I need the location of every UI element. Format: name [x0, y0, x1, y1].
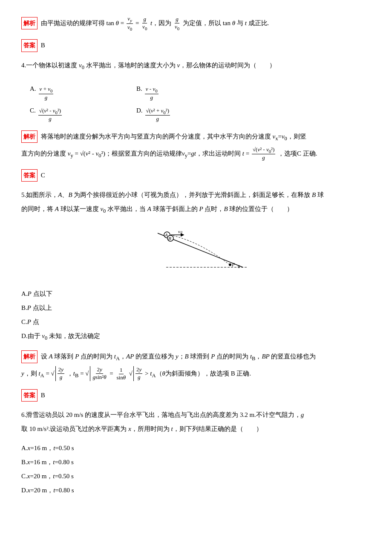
answer-section-5: 答案 B [21, 389, 371, 402]
frac-4a: v + v0 g [39, 86, 54, 101]
question-4: 4.一个物体以初速度 v0 水平抛出，落地时的速度大小为 v，那么物体的运动时间… [21, 60, 371, 123]
answer-section-1: 答案 B [21, 39, 371, 52]
answer-value-4: C [41, 172, 45, 179]
answer-section-4: 答案 C [21, 169, 371, 182]
analysis-line-4: 解析 将落地时的速度分解为水平方向与竖直方向的两个分速度，其中水平方向的分速度 … [21, 130, 371, 144]
option-4d: D. √(v² + v0²) g [136, 105, 243, 123]
diagram-5: A B v₀ P θ [21, 220, 371, 284]
question-4-options: A. v + v0 g B. v - v0 g C. √(v² - v0²) g… [30, 83, 243, 123]
answer-label-1: 答案 [21, 39, 37, 52]
frac-4b: v - v0 g [145, 86, 159, 101]
question-5-text: 5.如图所示，A、B 为两个挨得很近的小球（可视为质点），并列放于光滑斜面上，斜… [21, 189, 371, 201]
svg-text:B: B [168, 236, 171, 241]
analysis-section-4: 解析 将落地时的速度分解为水平方向与竖直方向的两个分速度，其中水平方向的分速度 … [21, 130, 371, 162]
question-6: 6.滑雪运动员以 20 m/s 的速度从一平台水平飞出，落地点与飞出点的高度差为… [21, 409, 371, 496]
analysis-line-1: 解析 由平抛运动的规律可得 tan θ = vy v0 = g v0 t，因为 … [21, 15, 371, 32]
question-4-text: 4.一个物体以初速度 v0 水平抛出，落地时的速度大小为 v，那么物体的运动时间… [21, 60, 371, 72]
svg-text:A: A [164, 232, 168, 237]
frac-g-v0: g v0 [141, 16, 148, 32]
option-4a: A. v + v0 g [30, 83, 136, 101]
analysis-section-1: 解析 由平抛运动的规律可得 tan θ = vy v0 = g v0 t，因为 … [21, 15, 371, 32]
equals-1: = [135, 20, 141, 26]
option-4c: C. √(v² - v0²) g [30, 105, 136, 123]
option-6a: A.x=16 m，t=0.50 s [21, 442, 371, 454]
answer-line-1: 答案 B [21, 39, 371, 52]
question-6-text1: 6.滑雪运动员以 20 m/s 的速度从一平台水平飞出，落地点与飞出点的高度差为… [21, 409, 371, 421]
svg-text:P: P [231, 262, 235, 268]
analysis-line-4b: 直方向的分速度 vy = √(v² - v0²)；根据竖直方向的运动规律vy=g… [21, 146, 371, 162]
diagram-svg-5: A B v₀ P θ [132, 220, 260, 280]
question-6-text2: 取 10 m/s².设运动员飞过的水平距离为 x，所用时间为 t，则下列结果正确… [21, 423, 371, 435]
option-5a: A.P 点以下 [21, 288, 371, 300]
option-6c: C.x=20 m，t=0.50 s [21, 471, 371, 482]
frac-vy-v0: vy v0 [127, 15, 133, 32]
question-5-text2: 的同时，将 A 球以某一速度 v0 水平抛出，当 A 球落于斜面上的 P 点时，… [21, 203, 371, 216]
question-5: 5.如图所示，A、B 为两个挨得很近的小球（可视为质点），并列放于光滑斜面上，斜… [21, 189, 371, 343]
analysis-section-5: 解析 设 A 球落到 P 点的时间为 tA，AP 的竖直位移为 y；B 球滑到 … [21, 350, 371, 381]
option-4b: B. v - v0 g [136, 83, 243, 101]
answer-line-4: 答案 C [21, 169, 371, 182]
frac-g-v0-2: g v0 [174, 16, 180, 32]
answer-label-4: 答案 [21, 169, 37, 182]
answer-line-5: 答案 B [21, 389, 371, 402]
frac-anal-4: √(v² - v0²) g [252, 146, 275, 162]
svg-point-9 [229, 263, 231, 266]
option-5b: B.P 点以上 [21, 302, 371, 314]
option-5d: D.由于 v0 未知，故无法确定 [21, 330, 371, 343]
frac-5a: 2yg [58, 366, 64, 381]
option-6b: B.x=16 m，t=0.80 s [21, 457, 371, 468]
answer-label-5: 答案 [21, 389, 37, 402]
analysis-line-5: 解析 设 A 球落到 P 点的时间为 tA，AP 的竖直位移为 y；B 球滑到 … [21, 350, 371, 364]
analysis-label-1: 解析 [21, 17, 37, 29]
svg-text:θ: θ [238, 264, 240, 269]
frac-5c: 1 sinθ [116, 367, 127, 382]
analysis-label-4: 解析 [21, 130, 37, 143]
frac-5b: 2ygsin²θ [92, 366, 107, 381]
option-5c: C.P 点 [21, 316, 371, 328]
answer-value-1: B [41, 42, 45, 49]
frac-5d: 2yg [135, 366, 142, 381]
analysis-label-5: 解析 [21, 350, 37, 363]
frac-4d: √(v² + v0²) g [145, 107, 170, 123]
answer-value-5: B [41, 392, 45, 399]
frac-4c: √(v² - v0²) g [38, 107, 62, 123]
analysis-text-1: 由平抛运动的规律可得 tan θ = [41, 20, 126, 26]
analysis-line-5b: y，则 tA = √2yg ，tB = √2ygsin²θ = 1 sinθ √… [21, 366, 371, 382]
option-6d: D.x=20 m，t=0.80 s [21, 485, 371, 496]
svg-text:v₀: v₀ [178, 229, 182, 234]
